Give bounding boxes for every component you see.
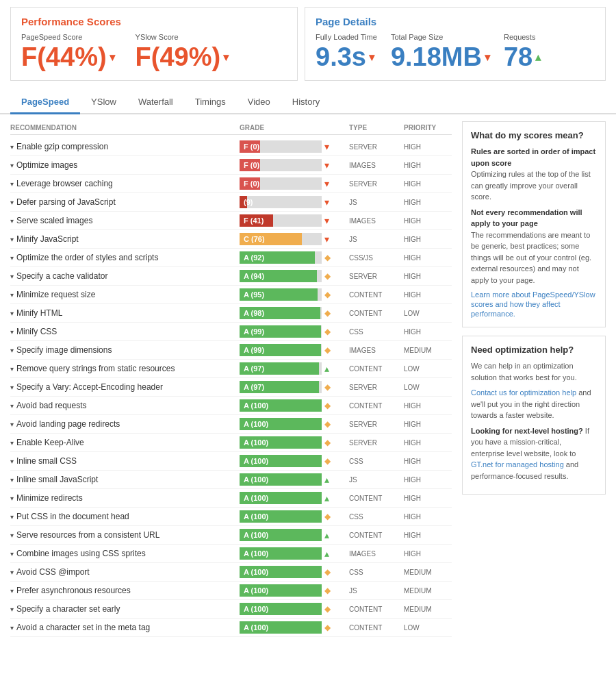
rec-name: ▾ Inline small CSS: [10, 456, 240, 466]
table-row[interactable]: ▾ Avoid a character set in the meta tag …: [10, 619, 452, 637]
rec-type: IMAGES: [349, 162, 404, 169]
table-row[interactable]: ▾ Leverage browser caching F (0) ▾SERVER…: [10, 175, 452, 193]
yslow-arrow: ▾: [223, 51, 229, 64]
rec-priority: HIGH: [404, 143, 452, 151]
table-row[interactable]: ▾ Optimize images F (0) ▾IMAGESHIGH: [10, 156, 452, 175]
table-row[interactable]: ▾ Avoid landing page redirects A (100) ◆…: [10, 415, 452, 434]
col-recommendation: RECOMMENDATION: [10, 124, 240, 132]
tab-timings[interactable]: Timings: [184, 91, 237, 114]
grade-bar: F (41) ▾: [240, 214, 349, 227]
grade-icon: ◆: [324, 623, 331, 632]
table-row[interactable]: ▾ Inline small CSS A (100) ◆CSSHIGH: [10, 452, 452, 471]
rec-priority: HIGH: [404, 291, 452, 299]
table-row[interactable]: ▾ Combine images using CSS sprites A (10…: [10, 545, 452, 563]
table-row[interactable]: ▾ Enable gzip compression F (0) ▾SERVERH…: [10, 138, 452, 156]
tab-history[interactable]: History: [281, 91, 331, 114]
rec-priority: HIGH: [404, 217, 452, 225]
rec-type: SERVER: [349, 421, 404, 428]
rec-priority: LOW: [404, 365, 452, 373]
table-row[interactable]: ▾ Put CSS in the document head A (100) ◆…: [10, 508, 452, 526]
table-row[interactable]: ▾ Remove query strings from static resou…: [10, 360, 452, 378]
col-type: TYPE: [349, 124, 404, 132]
table-row[interactable]: ▾ Defer parsing of JavaScript (9) ▾JSHIG…: [10, 193, 452, 212]
col-priority: PRIORITY: [404, 124, 452, 132]
grade-bar: C (76) ▾: [240, 233, 349, 245]
table-row[interactable]: ▾ Specify a character set early A (100) …: [10, 600, 452, 619]
rec-priority: HIGH: [404, 273, 452, 280]
rec-name: ▾ Avoid bad requests: [10, 401, 240, 410]
grade-bar: A (99) ◆: [240, 344, 349, 356]
page-size-item: Total Page Size 9.18MB ▾: [391, 33, 490, 72]
yslow-value[interactable]: F(49%) ▾: [136, 42, 229, 72]
optimization-help-box: Need optimization help? We can help in a…: [462, 336, 606, 495]
table-row[interactable]: ▾ Optimize the order of styles and scrip…: [10, 249, 452, 267]
grade-icon: ◆: [324, 604, 331, 614]
rec-name: ▾ Prefer asynchronous resources: [10, 586, 240, 595]
table-row[interactable]: ▾ Minify HTML A (98) ◆CONTENTLOW: [10, 304, 452, 323]
rec-name: ▾ Minify CSS: [10, 327, 240, 336]
table-row[interactable]: ▾ Minimize redirects A (100) ▴CONTENTHIG…: [10, 489, 452, 508]
rec-priority: LOW: [404, 384, 452, 391]
loaded-arrow: ▾: [369, 51, 374, 64]
requests-label: Requests: [504, 33, 541, 41]
grade-bar: A (100) ▴: [240, 547, 349, 560]
rec-priority: HIGH: [404, 236, 452, 243]
pagespeed-value[interactable]: F(44%) ▾: [21, 42, 115, 72]
grade-bar: A (100) ◆: [240, 621, 349, 634]
table-row[interactable]: ▾ Avoid CSS @import A (100) ◆CSSMEDIUM: [10, 563, 452, 582]
rec-name: ▾ Minify JavaScript: [10, 234, 240, 244]
loaded-value[interactable]: 9.3s ▾: [316, 42, 377, 72]
table-row[interactable]: ▾ Inline small JavaScript A (100) ▴JSHIG…: [10, 471, 452, 489]
table-row[interactable]: ▾ Serve resources from a consistent URL …: [10, 526, 452, 545]
tab-pagespeed[interactable]: PageSpeed: [10, 91, 80, 114]
table-row[interactable]: ▾ Specify a cache validator A (94) ◆SERV…: [10, 267, 452, 286]
rec-name: ▾ Avoid a character set in the meta tag: [10, 623, 240, 632]
scores-learn-link[interactable]: Learn more about PageSpeed/YSlow scores …: [471, 290, 595, 318]
grade-bar: A (100) ◆: [240, 510, 349, 523]
rec-name: ▾ Minimize redirects: [10, 493, 240, 503]
tabs-section: PageSpeedYSlowWaterfallTimingsVideoHisto…: [0, 91, 616, 114]
yslow-label: YSlow Score: [136, 33, 229, 41]
grade-bar: A (100) ◆: [240, 436, 349, 449]
rec-priority: LOW: [404, 310, 452, 317]
grade-bar: A (99) ◆: [240, 325, 349, 338]
grade-bar: A (100) ▴: [240, 492, 349, 504]
table-row[interactable]: ▾ Prefer asynchronous resources A (100) …: [10, 582, 452, 600]
top-section: Performance Scores PageSpeed Score F(44%…: [0, 0, 616, 88]
grade-icon: ◆: [324, 419, 331, 429]
table-row[interactable]: ▾ Minify CSS A (99) ◆CSSHIGH: [10, 323, 452, 341]
requests-value[interactable]: 78 ▴: [504, 42, 541, 72]
rec-type: SERVER: [349, 143, 404, 151]
grade-icon: ◆: [324, 512, 331, 521]
contact-link[interactable]: Contact us for optimization help: [471, 388, 576, 397]
rec-type: CSS: [349, 328, 404, 336]
rec-type: JS: [349, 236, 404, 243]
rec-name: ▾ Optimize images: [10, 160, 240, 170]
grade-bar: A (100) ◆: [240, 566, 349, 578]
pagespeed-arrow: ▾: [110, 51, 115, 64]
grade-icon: ◆: [324, 308, 331, 318]
rec-name: ▾ Avoid landing page redirects: [10, 419, 240, 429]
table-row[interactable]: ▾ Minify JavaScript C (76) ▾JSHIGH: [10, 230, 452, 249]
table-row[interactable]: ▾ Minimize request size A (95) ◆CONTENTH…: [10, 286, 452, 304]
tab-waterfall[interactable]: Waterfall: [127, 91, 184, 114]
rec-name: ▾ Serve resources from a consistent URL: [10, 530, 240, 540]
rec-type: JS: [349, 476, 404, 484]
rec-type: CSS: [349, 458, 404, 465]
tab-yslow[interactable]: YSlow: [80, 91, 127, 114]
tab-video[interactable]: Video: [237, 91, 281, 114]
hosting-link[interactable]: GT.net for managed hosting: [471, 460, 564, 469]
grade-bar: A (100) ▴: [240, 529, 349, 541]
pagespeed-score-item: PageSpeed Score F(44%) ▾: [21, 33, 115, 72]
page-size-value[interactable]: 9.18MB ▾: [391, 42, 490, 72]
table-row[interactable]: ▾ Avoid bad requests A (100) ◆CONTENTHIG…: [10, 397, 452, 415]
table-row[interactable]: ▾ Specify image dimensions A (99) ◆IMAGE…: [10, 341, 452, 360]
col-grade: GRADE: [240, 124, 349, 132]
table-row[interactable]: ▾ Enable Keep-Alive A (100) ◆SERVERHIGH: [10, 434, 452, 452]
table-row[interactable]: ▾ Serve scaled images F (41) ▾IMAGESHIGH: [10, 212, 452, 230]
sidebar: What do my scores mean? Rules are sorted…: [462, 121, 606, 637]
requests-arrow: ▴: [535, 51, 541, 64]
rec-name: ▾ Inline small JavaScript: [10, 475, 240, 484]
table-row[interactable]: ▾ Specify a Vary: Accept-Encoding header…: [10, 378, 452, 397]
rec-priority: MEDIUM: [404, 569, 452, 576]
